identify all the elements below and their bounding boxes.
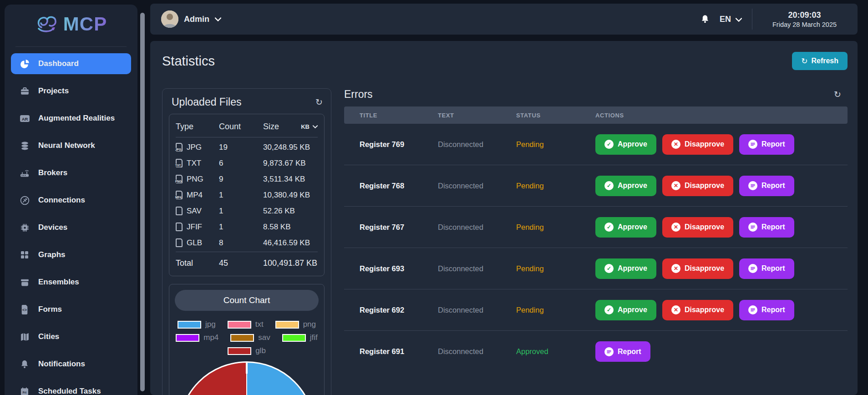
sidebar-item-ensembles[interactable]: Ensembles bbox=[11, 272, 131, 293]
sidebar-item-brokers[interactable]: Brokers bbox=[11, 162, 131, 183]
report-button[interactable]: Report bbox=[739, 217, 794, 238]
uploaded-files-title: Uploaded Files bbox=[172, 96, 241, 108]
legend-swatch bbox=[228, 321, 251, 329]
chip-icon bbox=[19, 223, 30, 233]
sidebar-item-label: Devices bbox=[38, 223, 67, 232]
approve-button[interactable]: ✓Approve bbox=[595, 258, 656, 279]
check-circle-icon: ✓ bbox=[604, 305, 614, 314]
chevron-down-icon bbox=[313, 125, 318, 128]
legend-item-jpg[interactable]: jpg bbox=[178, 320, 216, 329]
report-button[interactable]: Report bbox=[739, 176, 794, 196]
sidebar-item-neural-network[interactable]: Neural Network bbox=[11, 135, 131, 156]
file-row: JFIF 1 8.58 KB bbox=[176, 219, 318, 235]
error-row: Register 691 Disconnected Approved Repor… bbox=[344, 331, 848, 372]
sidebar-item-notifications[interactable]: Notifications bbox=[11, 354, 131, 375]
legend-swatch bbox=[228, 347, 251, 355]
approve-button[interactable]: ✓Approve bbox=[595, 300, 656, 320]
errors-table: TITLE TEXT STATUS ACTIONS Register 769 D… bbox=[344, 106, 848, 372]
col-status: STATUS bbox=[516, 112, 595, 119]
sidebar: MCP Dashboard Projects AR Augmented Real… bbox=[5, 5, 137, 395]
check-circle-icon: ✓ bbox=[604, 264, 614, 273]
ar-badge-icon: AR bbox=[19, 114, 30, 123]
sidebar-item-connections[interactable]: Connections bbox=[11, 190, 131, 211]
uploaded-files-refresh-icon[interactable]: ↻ bbox=[315, 97, 323, 107]
chat-circle-icon bbox=[748, 181, 757, 190]
sidebar-item-augmented-realities[interactable]: AR Augmented Realities bbox=[11, 108, 131, 129]
chart-legend: jpg txt png mp4 sav jfif glb bbox=[175, 320, 319, 355]
briefcase-icon bbox=[19, 86, 30, 96]
plug-icon bbox=[19, 196, 30, 205]
sidebar-item-label: Augmented Realities bbox=[38, 114, 115, 123]
col-actions: ACTIONS bbox=[595, 112, 848, 119]
sidebar-item-label: Brokers bbox=[38, 168, 67, 177]
logo-text: MCP bbox=[63, 13, 107, 35]
legend-item-sav[interactable]: sav bbox=[230, 333, 270, 342]
sidebar-item-devices[interactable]: Devices bbox=[11, 217, 131, 238]
x-circle-icon: ✕ bbox=[671, 181, 680, 190]
total-row: Total 45 100,491.87 KB bbox=[176, 254, 318, 272]
approve-button[interactable]: ✓Approve bbox=[595, 217, 656, 238]
check-circle-icon: ✓ bbox=[604, 140, 614, 149]
map-icon bbox=[19, 332, 30, 342]
bell-icon bbox=[19, 360, 30, 369]
svg-text:Fri: Fri bbox=[23, 391, 27, 394]
disapprove-button[interactable]: ✕Disapprove bbox=[662, 258, 733, 279]
check-circle-icon: ✓ bbox=[604, 223, 614, 232]
error-row: Register 692 Disconnected Pending ✓Appro… bbox=[344, 289, 848, 331]
sidebar-item-scheduled-tasks[interactable]: Fri Scheduled Tasks bbox=[11, 381, 131, 395]
approve-button[interactable]: ✓Approve bbox=[595, 176, 656, 196]
status-badge: Approved bbox=[516, 347, 595, 356]
sidebar-item-forms[interactable]: <> Forms bbox=[11, 299, 131, 320]
legend-swatch bbox=[178, 321, 201, 329]
file-row: GLB 8 46,416.59 KB bbox=[176, 235, 318, 251]
svg-text:<>: <> bbox=[22, 308, 27, 312]
chat-circle-icon bbox=[748, 223, 757, 232]
error-row: Register 693 Disconnected Pending ✓Appro… bbox=[344, 248, 848, 289]
legend-item-png[interactable]: png bbox=[275, 320, 316, 329]
disapprove-button[interactable]: ✕Disapprove bbox=[662, 176, 733, 196]
chat-circle-icon bbox=[604, 347, 614, 356]
sidebar-scrollbar-thumb[interactable] bbox=[140, 13, 145, 391]
sidebar-item-projects[interactable]: Projects bbox=[11, 81, 131, 101]
approve-button[interactable]: ✓Approve bbox=[595, 134, 656, 155]
logo-swirl-icon bbox=[35, 13, 59, 35]
legend-item-glb[interactable]: glb bbox=[228, 346, 266, 355]
col-type: Type bbox=[176, 122, 219, 132]
svg-text:AR: AR bbox=[21, 116, 28, 121]
error-row: Register 769 Disconnected Pending ✓Appro… bbox=[344, 124, 848, 165]
x-circle-icon: ✕ bbox=[671, 223, 680, 232]
file-icon bbox=[176, 238, 183, 247]
size-unit-dropdown[interactable]: KB bbox=[301, 123, 318, 130]
router-icon bbox=[19, 168, 30, 178]
language-selector[interactable]: EN bbox=[720, 15, 742, 24]
archive-icon bbox=[19, 278, 30, 287]
disapprove-button[interactable]: ✕Disapprove bbox=[662, 134, 733, 155]
disapprove-button[interactable]: ✕Disapprove bbox=[662, 300, 733, 320]
x-circle-icon: ✕ bbox=[671, 264, 680, 273]
errors-table-header: TITLE TEXT STATUS ACTIONS bbox=[344, 106, 848, 124]
chevron-down-icon bbox=[736, 15, 742, 24]
legend-swatch bbox=[230, 334, 254, 342]
errors-refresh-icon[interactable]: ↻ bbox=[834, 89, 841, 100]
disapprove-button[interactable]: ✕Disapprove bbox=[662, 217, 733, 238]
file-icon: JPG bbox=[176, 143, 183, 152]
legend-item-txt[interactable]: txt bbox=[228, 320, 264, 329]
refresh-button[interactable]: ↻ Refresh bbox=[792, 52, 848, 70]
grid-icon bbox=[19, 250, 30, 259]
user-menu[interactable]: Admin bbox=[161, 10, 221, 28]
legend-item-mp4[interactable]: mp4 bbox=[176, 333, 218, 342]
legend-item-jfif[interactable]: jfif bbox=[282, 333, 318, 342]
report-button[interactable]: Report bbox=[739, 300, 794, 320]
count-chart-button[interactable]: Count Chart bbox=[175, 290, 319, 311]
sidebar-item-label: Projects bbox=[38, 86, 69, 96]
file-row: JPGJPG 19 30,248.95 KB bbox=[176, 139, 318, 155]
uploaded-files-table: Type Count Size KB JPGJPG 19 30,248.95 K… bbox=[169, 114, 325, 276]
notifications-bell-icon[interactable] bbox=[700, 14, 710, 24]
sidebar-item-dashboard[interactable]: Dashboard bbox=[11, 53, 131, 74]
report-button[interactable]: Report bbox=[595, 341, 650, 362]
sidebar-item-graphs[interactable]: Graphs bbox=[11, 244, 131, 265]
col-size: Size bbox=[263, 122, 279, 132]
sidebar-item-cities[interactable]: Cities bbox=[11, 326, 131, 347]
report-button[interactable]: Report bbox=[739, 134, 794, 155]
report-button[interactable]: Report bbox=[739, 258, 794, 279]
